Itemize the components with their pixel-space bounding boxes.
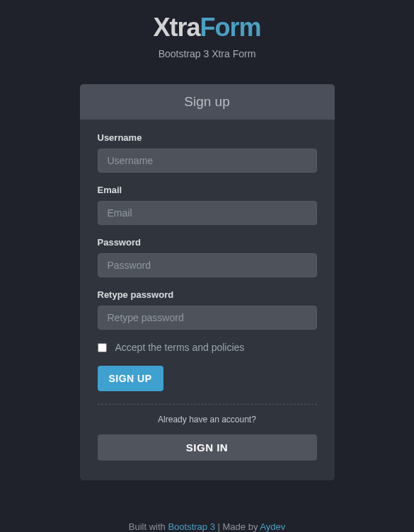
password-label: Password bbox=[98, 237, 317, 248]
footer-separator: | Made by bbox=[215, 521, 260, 532]
logo: XtraForm bbox=[80, 13, 335, 42]
signup-button[interactable]: SIGN UP bbox=[98, 366, 163, 391]
password-group: Password bbox=[98, 237, 317, 277]
logo-part1: Xtra bbox=[153, 13, 200, 42]
terms-label: Accept the terms and policies bbox=[115, 342, 245, 353]
footer-prefix: Built with bbox=[129, 521, 168, 532]
email-label: Email bbox=[98, 185, 317, 195]
password-input[interactable] bbox=[98, 253, 317, 277]
panel-title: Sign up bbox=[80, 84, 335, 120]
footer: Built with Bootstrap 3 | Made by Aydev bbox=[80, 521, 335, 532]
already-account-text: Already have an account? bbox=[98, 415, 317, 424]
email-group: Email bbox=[98, 185, 317, 225]
retype-label: Retype password bbox=[98, 289, 317, 300]
signup-panel: Sign up Username Email Password Retype p… bbox=[80, 84, 335, 480]
tagline: Bootstrap 3 Xtra Form bbox=[80, 48, 335, 59]
retype-group: Retype password bbox=[98, 289, 317, 330]
username-label: Username bbox=[98, 132, 317, 143]
terms-group: Accept the terms and policies bbox=[98, 342, 317, 353]
terms-checkbox[interactable] bbox=[98, 343, 107, 352]
signin-button[interactable]: SIGN IN bbox=[98, 434, 317, 461]
divider bbox=[98, 404, 317, 405]
aydev-link[interactable]: Aydev bbox=[260, 521, 285, 532]
retype-input[interactable] bbox=[98, 306, 317, 330]
username-input[interactable] bbox=[98, 149, 317, 173]
email-input[interactable] bbox=[98, 201, 317, 225]
bootstrap-link[interactable]: Bootstrap 3 bbox=[168, 521, 215, 532]
logo-part2: Form bbox=[200, 13, 261, 42]
username-group: Username bbox=[98, 132, 317, 173]
